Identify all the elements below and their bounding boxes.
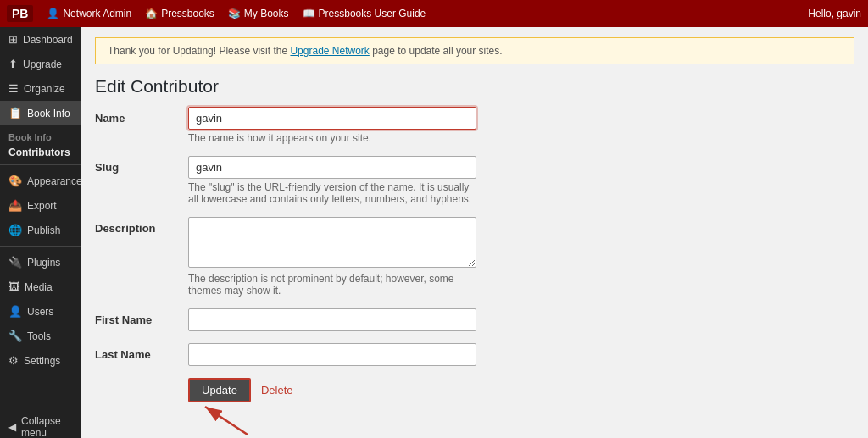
- edit-contributor-form: Name The name is how it appears on your …: [95, 107, 854, 436]
- arrow-annotation: [188, 402, 854, 436]
- topbar-hello: Hello, gavin: [808, 8, 861, 19]
- svg-line-1: [205, 407, 248, 435]
- collapse-label: Collapse menu: [21, 415, 73, 438]
- sidebar-item-publish[interactable]: 🌐 Publish: [0, 218, 81, 242]
- description-label: Description: [95, 217, 188, 235]
- update-notice: Thank you for Updating! Please visit the…: [95, 37, 854, 64]
- sidebar-item-organize[interactable]: ☰ Organize: [0, 76, 81, 101]
- last-name-label: Last Name: [95, 343, 188, 361]
- slug-label: Slug: [95, 156, 188, 174]
- upgrade-network-link[interactable]: Upgrade Network: [290, 45, 369, 57]
- topbar-my-books[interactable]: 📚 My Books: [228, 8, 289, 19]
- tools-icon: 🔧: [8, 330, 22, 342]
- sidebar-item-dashboard[interactable]: ⊞ Dashboard: [0, 27, 81, 52]
- sidebar-item-media[interactable]: 🖼 Media: [0, 274, 81, 299]
- name-label: Name: [95, 107, 188, 125]
- last-name-input[interactable]: [188, 343, 476, 366]
- description-textarea[interactable]: [188, 217, 476, 268]
- slug-input[interactable]: [188, 156, 476, 179]
- form-actions: Update Delete: [188, 378, 854, 402]
- sidebar-item-appearance[interactable]: 🎨 Appearance: [0, 169, 81, 193]
- topbar-user-guide[interactable]: 📖 Pressbooks User Guide: [303, 8, 426, 19]
- collapse-menu-button[interactable]: ◀ Collapse menu: [0, 409, 81, 438]
- name-help-text: The name is how it appears on your site.: [188, 132, 476, 144]
- users-icon: 👤: [8, 305, 22, 318]
- sidebar: ⊞ Dashboard ⬆ Upgrade ☰ Organize 📋 Book …: [0, 27, 81, 438]
- plugins-icon: 🔌: [8, 256, 22, 269]
- sidebar-book-info-section: Book Info: [0, 125, 81, 145]
- books-icon: 📚: [228, 8, 241, 19]
- description-field-row: Description The description is not promi…: [95, 217, 854, 297]
- sidebar-item-label: Organize: [24, 83, 65, 95]
- sidebar-item-upgrade[interactable]: ⬆ Upgrade: [0, 52, 81, 76]
- sidebar-item-users[interactable]: 👤 Users: [0, 299, 81, 324]
- delete-link[interactable]: Delete: [261, 384, 293, 396]
- sidebar-item-label: Book Info: [27, 108, 70, 119]
- description-help-text: The description is not prominent by defa…: [188, 273, 476, 297]
- first-name-field-row: First Name: [95, 308, 854, 331]
- book-info-icon: 📋: [8, 107, 22, 119]
- sidebar-item-label: Tools: [27, 330, 51, 342]
- last-name-field: [188, 343, 854, 366]
- main-content: Thank you for Updating! Please visit the…: [81, 27, 868, 438]
- publish-icon: 🌐: [8, 224, 22, 236]
- sidebar-item-label: Plugins: [27, 257, 60, 269]
- settings-icon: ⚙: [8, 354, 19, 367]
- sidebar-item-label: Settings: [24, 355, 60, 367]
- appearance-icon: 🎨: [8, 175, 22, 187]
- home-icon: 🏠: [145, 8, 158, 19]
- dashboard-icon: ⊞: [8, 33, 18, 46]
- network-admin-icon: 👤: [47, 8, 59, 19]
- description-field: The description is not prominent by defa…: [188, 217, 854, 297]
- guide-icon: 📖: [303, 8, 315, 19]
- sidebar-item-label: Appearance: [27, 175, 82, 187]
- name-input[interactable]: [188, 107, 476, 130]
- page-title: Edit Contributor: [95, 76, 854, 97]
- name-field: The name is how it appears on your site.: [188, 107, 854, 144]
- export-icon: 📤: [8, 199, 22, 212]
- collapse-icon: ◀: [8, 421, 16, 433]
- sidebar-item-label: Dashboard: [23, 34, 73, 46]
- sidebar-contributors-label: Contributors: [0, 145, 81, 161]
- update-button[interactable]: Update: [188, 378, 251, 402]
- sidebar-item-plugins[interactable]: 🔌 Plugins: [0, 250, 81, 274]
- media-icon: 🖼: [8, 280, 19, 293]
- first-name-input[interactable]: [188, 308, 476, 331]
- topbar-pressbooks[interactable]: 🏠 Pressbooks: [145, 8, 214, 19]
- topbar-network-admin[interactable]: 👤 Network Admin: [47, 8, 131, 19]
- pb-logo: PB: [7, 5, 33, 22]
- sidebar-item-book-info[interactable]: 📋 Book Info: [0, 101, 81, 125]
- slug-help-text: The "slug" is the URL-friendly version o…: [188, 181, 476, 205]
- sidebar-item-label: Export: [27, 200, 57, 212]
- organize-icon: ☰: [8, 82, 19, 95]
- sidebar-item-label: Users: [27, 306, 53, 318]
- sidebar-item-settings[interactable]: ⚙ Settings: [0, 348, 81, 373]
- slug-field-row: Slug The "slug" is the URL-friendly vers…: [95, 156, 854, 205]
- first-name-field: [188, 308, 854, 331]
- first-name-label: First Name: [95, 308, 188, 326]
- sidebar-item-export[interactable]: 📤 Export: [0, 193, 81, 218]
- sidebar-item-label: Media: [25, 281, 53, 293]
- arrow-icon: [197, 402, 264, 436]
- sidebar-item-label: Publish: [27, 225, 60, 236]
- sidebar-item-tools[interactable]: 🔧 Tools: [0, 324, 81, 348]
- slug-field: The "slug" is the URL-friendly version o…: [188, 156, 854, 205]
- sidebar-item-label: Upgrade: [23, 58, 62, 70]
- topbar: PB 👤 Network Admin 🏠 Pressbooks 📚 My Boo…: [0, 0, 868, 27]
- last-name-field-row: Last Name: [95, 343, 854, 366]
- upgrade-icon: ⬆: [8, 58, 18, 70]
- name-field-row: Name The name is how it appears on your …: [95, 107, 854, 144]
